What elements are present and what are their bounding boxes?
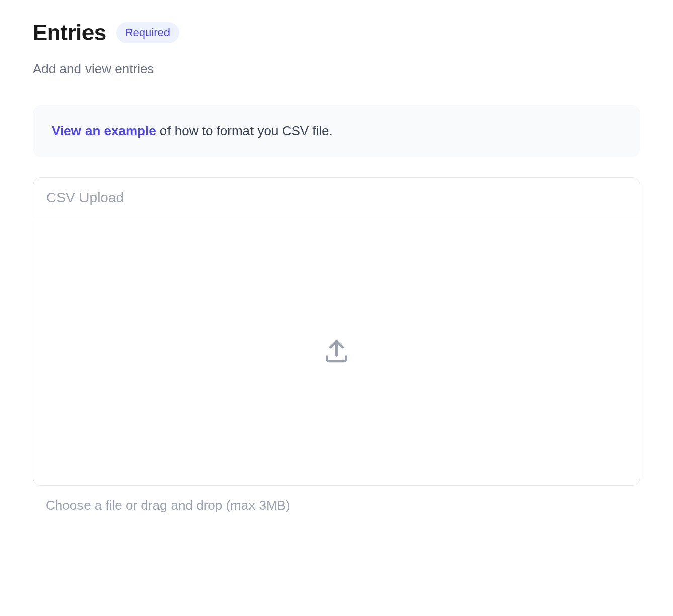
- csv-upload-dropzone[interactable]: [33, 218, 640, 485]
- upload-helper-text: Choose a file or drag and drop (max 3MB): [33, 486, 640, 513]
- page-header: Entries Required: [33, 20, 640, 45]
- page-subtitle: Add and view entries: [33, 61, 640, 77]
- upload-icon: [322, 337, 351, 367]
- csv-upload-card: CSV Upload: [33, 177, 640, 486]
- required-badge: Required: [116, 22, 179, 43]
- info-banner-text: of how to format you CSV file.: [156, 123, 333, 138]
- csv-upload-header: CSV Upload: [33, 178, 640, 218]
- info-banner: View an example of how to format you CSV…: [33, 105, 640, 157]
- page-title: Entries: [33, 20, 106, 45]
- view-example-link[interactable]: View an example: [52, 123, 156, 138]
